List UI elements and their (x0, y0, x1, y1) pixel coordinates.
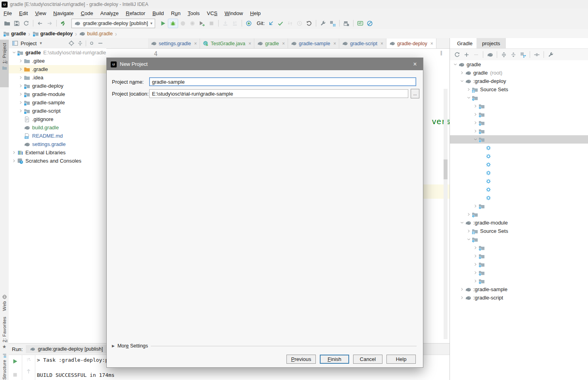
tree-row-generatePomFileForMavenJavaPublicatio[interactable]: generatePomFileForMavenJavaPublicatio (450, 152, 588, 160)
menu-build[interactable]: Build (149, 10, 167, 17)
chevron-right-icon[interactable] (18, 100, 24, 106)
chevron-right-icon[interactable] (459, 70, 465, 76)
chevron-right-icon[interactable] (473, 128, 478, 134)
debug-bug-icon[interactable] (168, 19, 178, 28)
cancel-button[interactable]: Cancel (353, 355, 382, 364)
build-hammer-icon[interactable] (59, 19, 68, 28)
editor-tab-gradle[interactable]: gradle× (254, 38, 288, 48)
project-panel-title[interactable]: Project (21, 40, 37, 46)
no-entry-icon[interactable] (365, 19, 375, 28)
tree-row-other[interactable]: other (450, 269, 588, 277)
editor-tab-settings.gradle[interactable]: settings.gradle× (148, 38, 200, 48)
collapse-all-icon[interactable] (76, 39, 85, 47)
minimize-icon[interactable] (96, 39, 105, 47)
tree-row-.gitignore[interactable]: .gitignore (9, 115, 106, 123)
chevron-right-icon[interactable] (473, 111, 478, 117)
close-icon[interactable]: × (430, 41, 433, 46)
close-icon[interactable]: × (411, 61, 419, 68)
editor-tab-gradle-script[interactable]: gradle-script× (339, 38, 386, 48)
more-settings-toggle[interactable]: ▶ More Settings (112, 343, 417, 349)
chevron-right-icon[interactable] (466, 211, 472, 217)
close-icon[interactable]: × (333, 41, 336, 46)
close-icon[interactable]: × (194, 41, 197, 46)
tree-row-documentation[interactable]: documentation (450, 252, 588, 260)
tree-row-README.md[interactable]: MDREADME.md (9, 132, 106, 140)
tree-row-Tasks[interactable]: Tasks (450, 94, 588, 102)
chevron-down-icon[interactable] (466, 95, 472, 101)
chevron-down-icon[interactable]: ▼ (39, 41, 42, 45)
tree-row-generateMetadataFileForMavenJavaPub[interactable]: generateMetadataFileForMavenJavaPub (450, 144, 588, 152)
stripe-button-favorites[interactable]: 2: Favorites ★ (0, 317, 9, 351)
git-rollback-icon[interactable] (304, 19, 314, 28)
menu-run[interactable]: Run (167, 10, 184, 17)
tree-row-verification[interactable]: verification (450, 277, 588, 285)
tree-row-Tasks[interactable]: Tasks (450, 235, 588, 244)
sync-settings-icon[interactable] (342, 19, 351, 28)
tree-row-gradle-script[interactable]: gradle-script (9, 107, 106, 115)
help-button[interactable]: Help (386, 355, 416, 364)
chevron-right-icon[interactable] (473, 278, 478, 284)
tree-row-other[interactable]: other (450, 127, 588, 135)
chevron-right-icon[interactable] (18, 108, 24, 114)
chevron-right-icon[interactable] (18, 75, 24, 81)
chevron-down-icon[interactable] (466, 236, 472, 242)
tree-row--gradle-sample[interactable]: :gradle-sample (450, 285, 588, 294)
menu-tools[interactable]: Tools (184, 10, 203, 17)
git-commit-icon[interactable] (276, 19, 285, 28)
rerun-play-icon[interactable] (10, 357, 20, 366)
stripe-button-structure[interactable]: Structure (0, 353, 9, 380)
chevron-right-icon[interactable] (18, 66, 24, 72)
tree-row-publish[interactable]: publish (450, 160, 588, 169)
tree-row-publishAllPublicationsToMavenRepositor[interactable]: publishAllPublicationsToMavenRepositor (450, 169, 588, 177)
chevron-down-icon[interactable] (473, 136, 478, 142)
tree-row-publishing[interactable]: publishing (450, 135, 588, 144)
tree-row-gradle[interactable]: gradleE:\study\osc\trial-run\gradle (9, 48, 106, 57)
activity-monitor-icon[interactable] (355, 19, 365, 28)
tree-row-verification[interactable]: verification (450, 202, 588, 210)
close-icon[interactable]: × (380, 41, 383, 46)
previous-button[interactable]: Previous (286, 355, 316, 364)
close-icon[interactable]: × (248, 41, 251, 46)
breadcrumb-item-gradle-deploy[interactable]: gradle-deploy (33, 31, 73, 37)
tree-row-gradle[interactable]: gradle (450, 60, 588, 69)
chevron-right-icon[interactable] (459, 286, 465, 292)
tree-row-gradle-module[interactable]: gradle-module (9, 90, 106, 98)
editor-scrollbar[interactable] (444, 89, 448, 339)
tree-row-.idea[interactable]: .idea (9, 73, 106, 82)
tree-row-publishMavenJavaPublicationToMavenLo[interactable]: publishMavenJavaPublicationToMavenLo (450, 177, 588, 185)
project-location-input[interactable] (149, 89, 408, 98)
menu-navigate[interactable]: Navigate (50, 10, 77, 17)
chevron-down-icon[interactable] (459, 220, 465, 226)
tree-row-help[interactable]: help (450, 260, 588, 269)
chevron-right-icon[interactable] (18, 91, 24, 97)
tree-row-Source-Sets[interactable]: Source Sets (450, 85, 588, 94)
preview-eye-icon[interactable] (244, 19, 254, 28)
git-update-icon[interactable] (266, 19, 276, 28)
tree-row-gradle[interactable]: gradle(root) (450, 69, 588, 77)
run-anything-icon[interactable] (197, 19, 207, 28)
tree-row-gradle-deploy[interactable]: gradle-deploy (9, 82, 106, 90)
chevron-down-icon[interactable] (459, 78, 465, 84)
project-name-input[interactable] (149, 77, 416, 86)
menu-code[interactable]: Code (77, 10, 97, 17)
run-configuration-combo[interactable]: gradle:gradle-deploy [publish]▾ (71, 19, 155, 28)
breadcrumb-item-gradle[interactable]: gradle (3, 31, 26, 37)
breadcrumb-item-build.gradle[interactable]: build.gradle (79, 31, 113, 37)
locate-target-icon[interactable] (67, 39, 76, 47)
menu-refactor[interactable]: Refactor (122, 10, 149, 17)
editor-tab-gradle-sample[interactable]: gradle-sample× (288, 38, 339, 48)
tree-row--gradle-script[interactable]: :gradle-script (450, 294, 588, 302)
collapse-all-icon[interactable] (509, 50, 518, 59)
run-play-icon[interactable] (158, 19, 168, 28)
chevron-right-icon[interactable] (473, 245, 478, 251)
tree-row-documentation[interactable]: documentation (450, 110, 588, 119)
menu-file[interactable]: File (0, 10, 15, 17)
chevron-right-icon[interactable] (466, 228, 472, 234)
editor-scrollbar-thumb[interactable] (444, 159, 448, 179)
tree-row-Run-Configurations[interactable]: Run Configurations (450, 210, 588, 219)
tree-row-publishToMavenLocal[interactable]: publishToMavenLocal (450, 194, 588, 202)
chevron-right-icon[interactable] (473, 261, 478, 267)
finish-button[interactable]: Finish (320, 355, 349, 364)
chevron-right-icon[interactable] (459, 295, 465, 301)
chevron-right-icon[interactable] (18, 83, 24, 89)
